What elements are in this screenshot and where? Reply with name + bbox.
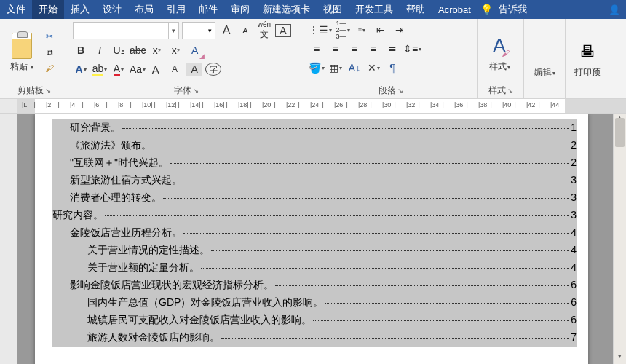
- ruler-vertical[interactable]: [0, 114, 17, 364]
- italic-button[interactable]: I: [92, 42, 108, 58]
- char-shading-button[interactable]: A: [186, 63, 202, 76]
- text-effects-button[interactable]: A▾: [73, 61, 89, 77]
- align-right-button[interactable]: ≡: [346, 41, 362, 57]
- multilevel-button[interactable]: ≡▾: [354, 22, 370, 38]
- menu-mailings[interactable]: 邮件: [192, 0, 224, 19]
- toc-entry[interactable]: 金陵饭店营业历程分析。4: [52, 224, 577, 242]
- align-left-button[interactable]: ≡: [309, 41, 325, 57]
- toc-entry[interactable]: 消费者心理的转变。3: [52, 189, 577, 207]
- numbering-button[interactable]: 1—2—3—▾: [335, 22, 351, 38]
- toc-entry[interactable]: "互联网＋"时代兴起。2: [52, 154, 577, 172]
- toc-entry[interactable]: 国内生产总值（GDP）对金陵饭店营业收入的影响。6: [52, 294, 577, 312]
- menu-bar: 文件 开始 插入 设计 布局 引用 邮件 审阅 新建选项卡 视图 开发工具 帮助…: [0, 0, 626, 19]
- toc-title: 研究内容。: [52, 209, 103, 222]
- menu-home[interactable]: 开始: [32, 0, 64, 19]
- font-size-select[interactable]: ▾: [182, 22, 215, 39]
- dialog-launcher-icon[interactable]: ↘: [507, 87, 513, 95]
- toc-leader: [201, 268, 569, 269]
- tell-me[interactable]: 告诉我: [493, 0, 533, 19]
- menu-layout[interactable]: 布局: [128, 0, 160, 19]
- toc-entry[interactable]: 影响金陵饭店营业现状的宏观经济指标分析。6: [52, 277, 577, 294]
- dialog-launcher-icon[interactable]: ↘: [45, 87, 51, 95]
- superscript-button[interactable]: x2: [168, 42, 184, 58]
- copy-button[interactable]: ⧉: [44, 46, 55, 59]
- increase-indent-button[interactable]: ⇥: [392, 22, 408, 38]
- scroll-down-icon[interactable]: ▾: [614, 352, 626, 364]
- font-name-select[interactable]: ▾: [73, 22, 179, 39]
- ruler-horizontal: |L|||2|||4|||6|||8|||10|||12|||14|||16||…: [0, 99, 626, 114]
- bullets-button[interactable]: ⋮☰▾: [309, 22, 332, 38]
- clear-format-button[interactable]: A◢: [187, 42, 203, 58]
- menu-newtab[interactable]: 新建选项卡: [256, 0, 317, 19]
- toc-entry[interactable]: 关于营业情况的定性描述。4: [52, 242, 577, 259]
- toc-entry[interactable]: 新型旅游住宿方式兴起。3: [52, 172, 577, 189]
- group-font: ▾ ▾ A A wén文 A B I U▾ abc x2 x2 A◢ A▾ ab…: [68, 19, 304, 98]
- align-center-button[interactable]: ≡: [328, 41, 344, 57]
- menu-file[interactable]: 文件: [0, 0, 32, 19]
- strike-button[interactable]: abc: [130, 42, 146, 58]
- ruler-tick: |32|: [406, 101, 417, 108]
- bold-button[interactable]: B: [73, 42, 89, 58]
- menu-design[interactable]: 设计: [96, 0, 128, 19]
- vertical-scrollbar[interactable]: ▴ ▾: [613, 114, 626, 364]
- grow-font-button[interactable]: A: [218, 23, 234, 39]
- menu-insert[interactable]: 插入: [64, 0, 96, 19]
- scrollbar-thumb[interactable]: [615, 118, 625, 147]
- menu-view[interactable]: 视图: [317, 0, 349, 19]
- decrease-indent-button[interactable]: ⇤: [373, 22, 389, 38]
- dialog-launcher-icon[interactable]: ↘: [397, 87, 403, 95]
- asian-layout-button[interactable]: ✕▾: [365, 60, 381, 76]
- highlight-button[interactable]: ab▾: [92, 61, 108, 77]
- show-marks-button[interactable]: ¶: [384, 60, 400, 76]
- toc-entry[interactable]: 关于营业额的定量分析。4: [52, 259, 577, 277]
- underline-button[interactable]: U▾: [111, 42, 127, 58]
- menu-acrobat[interactable]: Acrobat: [432, 1, 478, 18]
- toc-entry[interactable]: 《旅游法》颁布。2: [52, 137, 577, 154]
- toc-entry[interactable]: 城镇居民可支配收入对金陵饭店营业收入的影响。6: [52, 312, 577, 329]
- toc-entry[interactable]: 研究内容。3: [52, 207, 577, 224]
- brush-icon: 🖌: [45, 63, 54, 74]
- shrink-a-button[interactable]: Aˇ: [167, 61, 183, 77]
- toc-entry[interactable]: 旅游人数对金陵饭店的影响。7: [52, 329, 577, 347]
- ruler-tick: |: [371, 101, 372, 108]
- toc-title: 国内生产总值（GDP）对金陵饭店营业收入的影响。: [87, 296, 323, 309]
- toc-leader: [105, 215, 569, 216]
- line-spacing-button[interactable]: ⇕≡▾: [403, 41, 421, 57]
- change-case-button[interactable]: Aa▾: [130, 61, 146, 77]
- ruler-tick: |: [178, 101, 180, 108]
- ruler-tick: |: [443, 101, 444, 108]
- shading-button[interactable]: 🪣▾: [309, 60, 325, 76]
- ruler[interactable]: |L|||2|||4|||6|||8|||10|||12|||14|||16||…: [17, 99, 626, 113]
- print-preview-button[interactable]: 🖶 打印预: [570, 22, 605, 95]
- toc-entry[interactable]: 研究背景。1: [52, 119, 577, 137]
- sort-button[interactable]: A↓: [346, 60, 362, 76]
- ruler-tick: |6|: [94, 101, 101, 108]
- borders-button[interactable]: ▦▾: [328, 60, 344, 76]
- char-border-button[interactable]: A: [275, 24, 291, 37]
- justify-button[interactable]: ≡: [365, 41, 381, 57]
- distributed-button[interactable]: ≣: [384, 41, 400, 57]
- ruler-tick: |8|: [118, 101, 125, 108]
- format-painter-button[interactable]: 🖌: [44, 62, 55, 75]
- phonetic-button[interactable]: wén文: [256, 23, 272, 39]
- menu-help[interactable]: 帮助: [400, 0, 432, 19]
- group-label: 剪贴板: [17, 84, 44, 97]
- enclose-char-button[interactable]: 字: [205, 63, 221, 76]
- menu-references[interactable]: 引用: [160, 0, 192, 19]
- ruler-tick: |22|: [286, 101, 297, 108]
- cut-button[interactable]: ✂: [44, 30, 55, 43]
- editing-button[interactable]: 编辑▾: [528, 22, 560, 95]
- menu-review[interactable]: 审阅: [224, 0, 256, 19]
- font-color-button[interactable]: A▾: [111, 61, 127, 77]
- grow-a-button[interactable]: Aˆ: [148, 61, 165, 77]
- user-icon[interactable]: 👤: [603, 4, 626, 15]
- dialog-launcher-icon[interactable]: ↘: [193, 87, 199, 95]
- ruler-tick: |20|: [262, 101, 273, 108]
- menu-developer[interactable]: 开发工具: [349, 0, 400, 19]
- styles-button[interactable]: A🖌 样式▾: [482, 22, 517, 83]
- toc-leader: [183, 233, 569, 234]
- shrink-font-button[interactable]: A: [237, 23, 253, 39]
- subscript-button[interactable]: x2: [149, 42, 165, 58]
- page[interactable]: 研究背景。1《旅游法》颁布。2"互联网＋"时代兴起。2新型旅游住宿方式兴起。3消…: [35, 114, 588, 364]
- paste-button[interactable]: 粘贴 ▾: [4, 22, 39, 83]
